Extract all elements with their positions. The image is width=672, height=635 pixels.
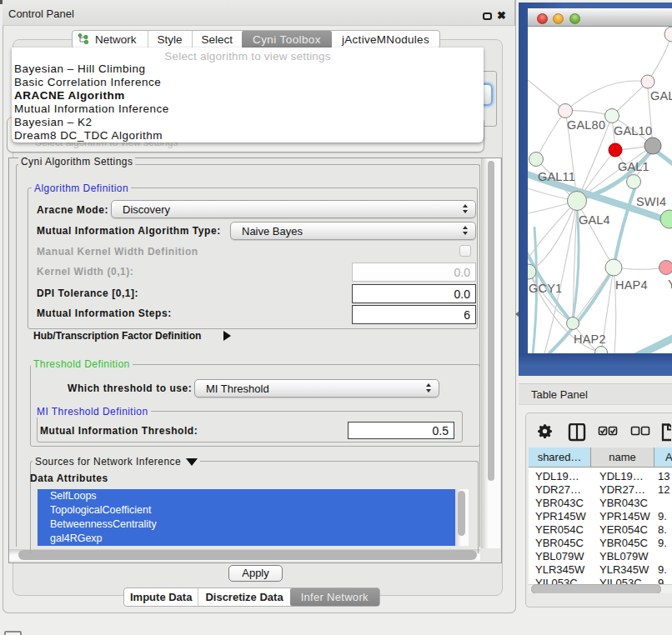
svg-text:GAL11: GAL11 [538, 170, 575, 183]
svg-text:GCY1: GCY1 [529, 282, 562, 295]
svg-text:GAL80: GAL80 [567, 118, 605, 132]
svg-text:GAL4: GAL4 [579, 213, 610, 227]
svg-text:GAL: GAL [650, 89, 672, 102]
svg-text:Y: Y [668, 278, 672, 291]
svg-text:HAP2: HAP2 [574, 332, 606, 346]
svg-text:GAL1: GAL1 [618, 160, 649, 173]
svg-text:SWI4: SWI4 [636, 195, 666, 208]
svg-text:HAP4: HAP4 [615, 278, 648, 292]
svg-text:GAL10: GAL10 [614, 124, 652, 138]
